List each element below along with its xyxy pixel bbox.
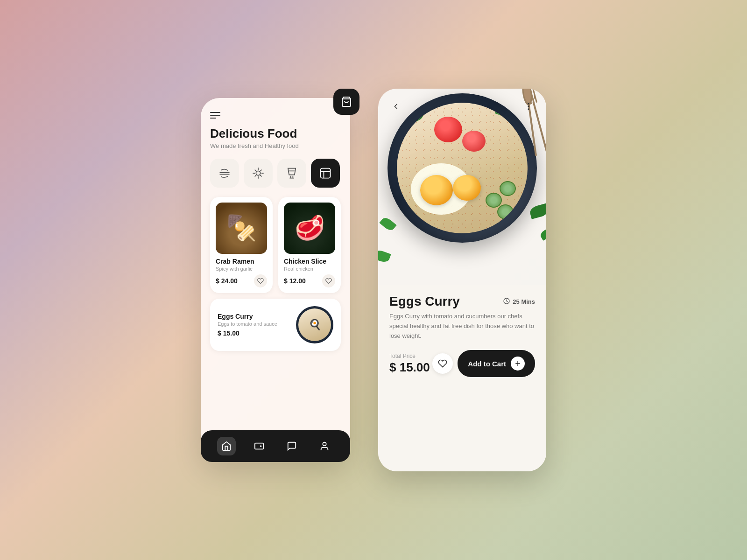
back-button[interactable] [388,98,404,115]
detail-title-row: Eggs Curry 25 Mins [389,294,535,309]
favorite-button-detail[interactable] [432,353,453,374]
tomato-2 [462,131,486,152]
favorite-button-chicken-slice[interactable] [322,274,335,287]
plus-icon: + [511,357,525,371]
food-desc-crab-ramen: Spicy with garlic [216,266,267,272]
food-price-eggs-curry: $ 15.00 [218,329,290,337]
total-price: $ 15.00 [389,360,430,375]
cucumber-1 [497,204,514,219]
food-card-crab-ramen[interactable]: 🍢 Crab Ramen Spicy with garlic $ 24.00 [210,197,273,293]
categories [210,159,341,188]
detail-food-name: Eggs Curry [389,294,460,309]
cucumber-2 [486,193,502,208]
svg-rect-2 [321,168,331,178]
svg-point-4 [323,442,326,446]
food-name-eggs-curry: Eggs Curry [218,313,290,320]
category-burger[interactable] [210,159,239,188]
svg-point-5 [528,103,529,104]
cook-time: 25 Mins [513,298,535,305]
eggs-curry-text: Eggs Curry Eggs to tomato and sauce $ 15… [218,313,290,337]
svg-point-6 [528,106,529,107]
food-price-crab-ramen: $ 24.00 [216,277,238,285]
food-card-eggs-curry[interactable]: Eggs Curry Eggs to tomato and sauce $ 15… [210,299,341,351]
detail-header [378,89,546,124]
detail-description: Eggs Curry with tomato and cucumbers our… [389,312,535,341]
food-desc-eggs-curry: Eggs to tomato and sauce [218,321,290,327]
food-image-eggs-curry: 🍳 [296,306,333,343]
bottom-nav [201,430,350,462]
left-phone: Delicious Food We made fresh and Healthy… [201,98,350,462]
food-card-chicken-slice[interactable]: 🥩 Chicken Slice Real chicken $ 12.00 [278,197,341,293]
clock-icon [503,297,510,306]
category-sushi[interactable] [244,159,273,188]
add-to-cart-button[interactable]: Add to Cart + [458,350,535,377]
detail-content: Eggs Curry 25 Mins Eggs Curry with tomat… [378,285,546,471]
right-phone: Eggs Curry 25 Mins Eggs Curry with tomat… [378,89,546,471]
svg-point-7 [528,109,529,110]
more-button[interactable] [520,98,537,115]
cart-button[interactable] [333,89,359,115]
favorite-button-crab-ramen[interactable] [254,274,267,287]
nav-wallet[interactable] [250,437,268,455]
food-image-crab-ramen: 🍢 [216,203,267,254]
svg-rect-3 [255,443,263,449]
add-to-cart-label: Add to Cart [468,360,506,368]
egg-yolk-1 [420,175,453,205]
food-name-chicken-slice: Chicken Slice [284,258,335,265]
cart-icon [341,96,352,107]
food-image-chicken-slice: 🥩 [284,203,335,254]
page-subtitle: We made fresh and Healthy food [210,142,341,149]
food-desc-chicken-slice: Real chicken [284,266,335,272]
time-badge: 25 Mins [503,297,535,306]
food-price-row-chicken-slice: $ 12.00 [284,274,335,287]
price-section: Total Price $ 15.00 [389,353,430,375]
category-special[interactable] [311,159,340,188]
food-price-row-crab-ramen: $ 24.00 [216,274,267,287]
food-name-crab-ramen: Crab Ramen [216,258,267,265]
food-price-chicken-slice: $ 12.00 [284,277,306,285]
nav-profile[interactable] [315,437,334,455]
page-title: Delicious Food [210,127,341,140]
cucumber-3 [500,181,516,196]
egg-yolk-2 [453,175,481,201]
svg-point-1 [256,171,260,175]
price-row: Total Price $ 15.00 Add to Cart + [389,350,535,377]
category-drinks[interactable] [277,159,306,188]
total-label: Total Price [389,353,430,359]
mini-bowl: 🍳 [298,308,331,341]
nav-chat[interactable] [282,437,301,455]
food-grid: 🍢 Crab Ramen Spicy with garlic $ 24.00 🥩… [210,197,341,293]
price-actions: Add to Cart + [432,350,535,377]
nav-home[interactable] [217,437,236,455]
menu-icon[interactable] [210,112,220,119]
